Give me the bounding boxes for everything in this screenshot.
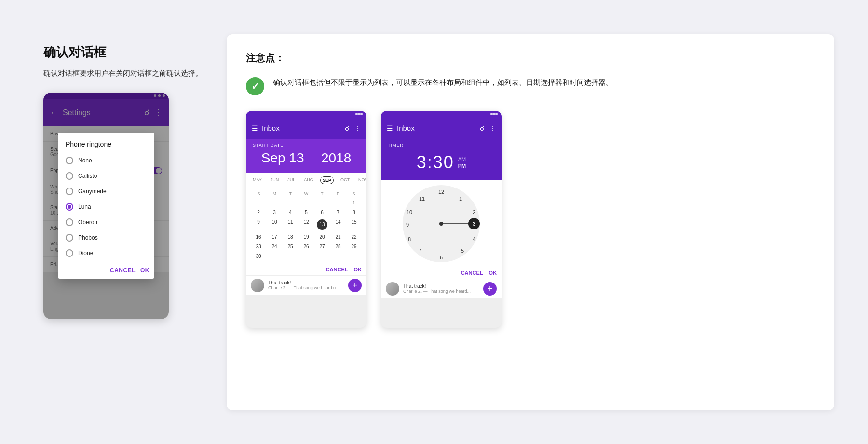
calendar-app-header: ☰ Inbox ☌ ⋮ xyxy=(246,118,366,139)
dialog-option-callisto[interactable]: Callisto xyxy=(58,168,154,184)
day-9[interactable]: 9 xyxy=(251,217,266,232)
day-5[interactable]: 5 xyxy=(298,208,314,217)
calendar-app-bottom: That track! Charlie Z. — That song we he… xyxy=(246,275,366,295)
day-3[interactable]: 3 xyxy=(267,208,282,217)
calendar-days: 1 2 3 4 5 6 7 8 9 10 11 12 13 xyxy=(251,198,362,261)
calendar-mockup: ☰ Inbox ☌ ⋮ START DATE Sep 13 2018 xyxy=(246,111,366,328)
search-icon[interactable]: ☌ xyxy=(345,124,349,132)
check-circle: ✓ xyxy=(246,77,264,95)
day-27[interactable]: 27 xyxy=(314,242,330,251)
selected-date-display: Sep 13 2018 xyxy=(246,148,366,173)
day-16[interactable]: 16 xyxy=(251,232,266,242)
month-nov[interactable]: NOV xyxy=(356,176,366,184)
month-sep[interactable]: SEP xyxy=(320,176,334,184)
timer-label: TIMER xyxy=(381,139,502,148)
day-14[interactable]: 14 xyxy=(330,217,346,232)
cancel-button[interactable]: CANCEL xyxy=(110,267,136,274)
radio-inner xyxy=(68,205,71,209)
month-jun[interactable]: JUN xyxy=(269,176,281,184)
month-jul[interactable]: JUL xyxy=(285,176,297,184)
day-7[interactable]: 7 xyxy=(330,208,346,217)
svg-text:3: 3 xyxy=(473,221,475,227)
svg-text:5: 5 xyxy=(461,248,464,254)
clock-area: 12 1 2 3 4 5 6 7 8 9 10 xyxy=(381,180,502,267)
timer-header-left: ☰ Inbox xyxy=(387,124,415,132)
dialog-option-dione[interactable]: Dione xyxy=(58,245,154,263)
dialog-option-none[interactable]: None xyxy=(58,153,154,168)
dialog-actions: CANCEL OK xyxy=(58,263,154,279)
radio-callisto xyxy=(66,172,73,180)
day-26[interactable]: 26 xyxy=(298,242,314,251)
timer-status-bar xyxy=(381,111,502,118)
menu-icon[interactable]: ☰ xyxy=(252,124,258,132)
timer-pm[interactable]: PM xyxy=(458,163,466,169)
radio-luna xyxy=(66,203,73,211)
day-21[interactable]: 21 xyxy=(330,232,346,242)
radio-oberon xyxy=(66,218,73,226)
header-left: ☰ Inbox xyxy=(252,124,280,132)
day-17[interactable]: 17 xyxy=(267,232,282,242)
day-4[interactable]: 4 xyxy=(283,208,298,217)
day-29[interactable]: 29 xyxy=(346,242,362,251)
day-2[interactable]: 2 xyxy=(251,208,266,217)
day-28[interactable]: 28 xyxy=(330,242,346,251)
month-may[interactable]: MAY xyxy=(251,176,264,184)
timer-mockup: ☰ Inbox ☌ ⋮ TIMER 3:30 AM PM xyxy=(381,111,502,328)
svg-text:7: 7 xyxy=(419,248,421,254)
calendar-month-day: Sep 13 xyxy=(261,150,304,166)
svg-text:9: 9 xyxy=(406,222,409,228)
note-text: 确认对话框包括但不限于显示为列表，可以显示在各种布局和组件中，如列表、日期选择器… xyxy=(273,76,815,95)
timer-cancel-button[interactable]: CANCEL xyxy=(461,270,483,276)
day-12[interactable]: 12 xyxy=(298,217,314,232)
months-scroll[interactable]: MAY JUN JUL AUG SEP OCT NOV xyxy=(246,173,366,188)
day-25[interactable]: 25 xyxy=(283,242,298,251)
dialog-option-luna[interactable]: Luna xyxy=(58,199,154,215)
calendar-actions: CANCEL OK xyxy=(246,264,366,275)
day-20[interactable]: 20 xyxy=(314,232,330,242)
avatar xyxy=(251,279,264,292)
day-1[interactable]: 1 xyxy=(346,198,362,207)
bottom-text: That track! Charlie Z. — That song we he… xyxy=(268,280,344,290)
note-item: ✓ 确认对话框包括但不限于显示为列表，可以显示在各种布局和组件中，如列表、日期选… xyxy=(246,76,815,95)
menu-icon[interactable]: ☰ xyxy=(387,124,393,132)
fab-button[interactable]: + xyxy=(348,279,362,292)
day-13[interactable]: 13 xyxy=(314,217,330,232)
day-6[interactable]: 6 xyxy=(314,208,330,217)
day-18[interactable]: 18 xyxy=(283,232,298,242)
month-aug[interactable]: AUG xyxy=(302,176,315,184)
month-oct[interactable]: OCT xyxy=(339,176,352,184)
day-22[interactable]: 22 xyxy=(346,232,362,242)
timer-time-display: 3:30 AM PM xyxy=(381,148,502,180)
page-description: 确认对话框要求用户在关闭对话框之前确认选择。 xyxy=(43,67,212,79)
day-19[interactable]: 19 xyxy=(298,232,314,242)
calendar-cancel-button[interactable]: CANCEL xyxy=(326,267,348,272)
svg-text:6: 6 xyxy=(440,255,443,260)
svg-text:4: 4 xyxy=(473,236,475,242)
ok-button[interactable]: OK xyxy=(140,267,149,274)
day-24[interactable]: 24 xyxy=(267,242,282,251)
right-panel: 注意点： ✓ 确认对话框包括但不限于显示为列表，可以显示在各种布局和组件中，如列… xyxy=(227,34,834,410)
app-status-bar xyxy=(246,111,366,118)
day-8[interactable]: 8 xyxy=(346,208,362,217)
search-icon[interactable]: ☌ xyxy=(480,124,484,132)
timer-am[interactable]: AM xyxy=(458,156,466,162)
day-23[interactable]: 23 xyxy=(251,242,266,251)
day-10[interactable]: 10 xyxy=(267,217,282,232)
dialog-option-phobos[interactable]: Phobos xyxy=(58,230,154,245)
calendar-ok-button[interactable]: OK xyxy=(354,267,362,272)
bottom-text: That track! Charlie Z. — That song we he… xyxy=(403,283,479,294)
day-11[interactable]: 11 xyxy=(283,217,298,232)
dialog-option-ganymede[interactable]: Ganymede xyxy=(58,184,154,199)
day-15[interactable]: 15 xyxy=(346,217,362,232)
dialog-option-oberon[interactable]: Oberon xyxy=(58,215,154,230)
screenshots-row: ☰ Inbox ☌ ⋮ START DATE Sep 13 2018 xyxy=(246,111,815,328)
more-icon[interactable]: ⋮ xyxy=(489,124,496,132)
svg-text:8: 8 xyxy=(408,236,411,242)
calendar-year: 2018 xyxy=(321,150,351,166)
more-icon[interactable]: ⋮ xyxy=(354,124,361,132)
fab-button[interactable]: + xyxy=(483,282,497,296)
day-30[interactable]: 30 xyxy=(251,252,266,261)
timer-bottom-title: That track! xyxy=(403,283,479,289)
timer-ok-button[interactable]: OK xyxy=(489,270,497,276)
dialog-title: Phone ringtone xyxy=(58,133,154,153)
